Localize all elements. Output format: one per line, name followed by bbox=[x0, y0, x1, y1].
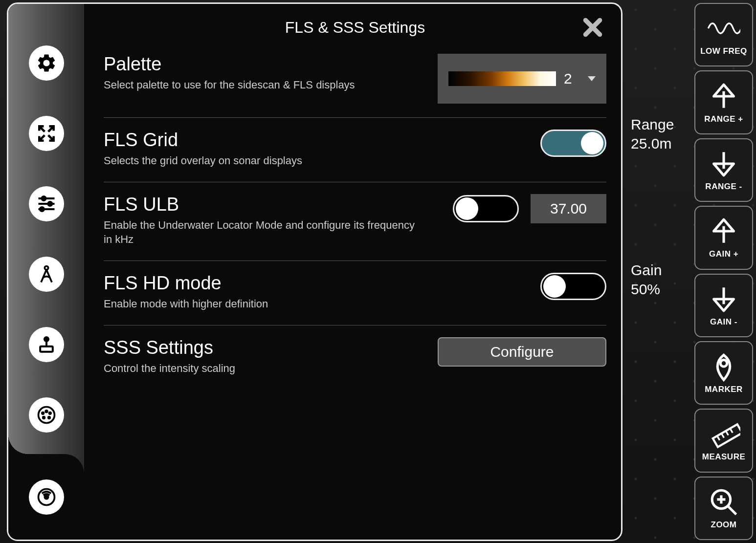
sidebar-settings-icon[interactable] bbox=[29, 45, 64, 81]
range-minus-label: RANGE - bbox=[705, 182, 742, 192]
svg-point-13 bbox=[49, 413, 51, 414]
zoom-button[interactable]: ZOOM bbox=[694, 477, 753, 540]
svg-line-21 bbox=[721, 434, 724, 438]
pin-icon bbox=[707, 351, 740, 382]
section-palette: Palette Select palette to use for the si… bbox=[104, 42, 606, 118]
ruler-icon bbox=[707, 419, 740, 449]
svg-point-6 bbox=[44, 266, 48, 270]
svg-point-15 bbox=[48, 417, 50, 419]
right-button-column: LOW FREQ RANGE + RANGE - GAIN + GAIN - bbox=[694, 3, 753, 540]
low-freq-label: LOW FREQ bbox=[700, 46, 747, 56]
palette-heading: Palette bbox=[104, 54, 423, 75]
status-column: Range 25.0m Gain 50% bbox=[631, 115, 689, 299]
svg-point-1 bbox=[42, 196, 45, 200]
range-plus-button[interactable]: RANGE + bbox=[694, 70, 753, 134]
gain-label: Gain bbox=[631, 261, 689, 280]
svg-point-11 bbox=[42, 413, 44, 414]
gain-status: Gain 50% bbox=[631, 261, 689, 299]
fls-hd-toggle[interactable] bbox=[540, 273, 606, 300]
grid-desc: Selects the grid overlay on sonar displa… bbox=[104, 153, 417, 168]
gain-plus-label: GAIN + bbox=[709, 249, 738, 259]
settings-content: FLS & SSS Settings Palette Select palett… bbox=[84, 4, 621, 540]
svg-point-3 bbox=[48, 202, 52, 206]
svg-rect-9 bbox=[40, 347, 53, 352]
low-freq-button[interactable]: LOW FREQ bbox=[694, 3, 753, 66]
svg-rect-19 bbox=[713, 424, 740, 447]
gain-value: 50% bbox=[631, 280, 689, 299]
svg-point-7 bbox=[44, 337, 48, 341]
sidebar-joystick-icon[interactable] bbox=[29, 327, 64, 362]
svg-line-20 bbox=[717, 436, 720, 440]
fls-grid-toggle[interactable] bbox=[540, 130, 606, 157]
toggle-knob bbox=[456, 197, 478, 220]
settings-panel: FLS & SSS Settings Palette Select palett… bbox=[7, 2, 623, 541]
sidebar-active-tab bbox=[8, 454, 84, 540]
ulb-desc: Enable the Underwater Locator Mode and c… bbox=[104, 218, 417, 247]
svg-point-10 bbox=[38, 407, 54, 423]
range-label: Range bbox=[631, 115, 689, 134]
svg-point-14 bbox=[43, 417, 44, 419]
zoom-in-icon bbox=[707, 487, 740, 517]
arrow-down-icon bbox=[707, 149, 740, 179]
arrow-up-icon bbox=[707, 216, 740, 246]
grid-heading: FLS Grid bbox=[104, 130, 445, 151]
section-fls-ulb: FLS ULB Enable the Underwater Locator Mo… bbox=[104, 182, 606, 261]
ulb-heading: FLS ULB bbox=[104, 194, 438, 215]
sidebar-gauge-icon[interactable] bbox=[29, 397, 64, 433]
svg-line-23 bbox=[730, 429, 733, 433]
measure-button[interactable]: MEASURE bbox=[694, 409, 753, 472]
fls-ulb-toggle[interactable] bbox=[453, 195, 519, 222]
palette-index: 2 bbox=[564, 70, 572, 87]
arrow-up-icon bbox=[707, 81, 740, 111]
ulb-frequency-input[interactable]: 37.00 bbox=[531, 194, 606, 223]
zoom-label: ZOOM bbox=[711, 520, 737, 530]
section-fls-hd: FLS HD mode Enable mode with higher defi… bbox=[104, 261, 606, 326]
svg-line-22 bbox=[726, 431, 728, 435]
toggle-knob bbox=[543, 275, 566, 298]
chevron-down-icon bbox=[588, 76, 596, 81]
gain-plus-button[interactable]: GAIN + bbox=[694, 206, 753, 269]
range-status: Range 25.0m bbox=[631, 115, 689, 153]
svg-point-17 bbox=[44, 495, 48, 499]
svg-point-18 bbox=[720, 360, 727, 367]
gain-minus-button[interactable]: GAIN - bbox=[694, 274, 753, 337]
close-button[interactable] bbox=[579, 14, 606, 41]
hd-desc: Enable mode with higher definition bbox=[104, 297, 417, 311]
measure-label: MEASURE bbox=[702, 452, 746, 462]
sss-configure-button[interactable]: Configure bbox=[438, 337, 606, 367]
sidebar-sonar-icon[interactable] bbox=[29, 479, 64, 515]
sidebar bbox=[8, 4, 84, 540]
marker-label: MARKER bbox=[705, 385, 743, 394]
gain-minus-label: GAIN - bbox=[710, 317, 737, 327]
hd-heading: FLS HD mode bbox=[104, 273, 445, 294]
svg-point-5 bbox=[40, 207, 44, 211]
palette-desc: Select palette to use for the sidescan &… bbox=[104, 78, 417, 92]
sss-desc: Control the intensity scaling bbox=[104, 361, 417, 376]
range-minus-button[interactable]: RANGE - bbox=[694, 138, 753, 202]
sidebar-fullscreen-icon[interactable] bbox=[29, 116, 64, 151]
sss-heading: SSS Settings bbox=[104, 337, 423, 358]
arrow-down-icon bbox=[707, 284, 740, 314]
svg-point-12 bbox=[45, 411, 47, 413]
svg-line-25 bbox=[728, 506, 736, 514]
wave-icon bbox=[707, 13, 740, 43]
toggle-knob bbox=[581, 132, 603, 154]
range-value: 25.0m bbox=[631, 134, 689, 153]
palette-dropdown[interactable]: 2 bbox=[438, 54, 606, 104]
panel-title: FLS & SSS Settings bbox=[285, 19, 425, 37]
palette-swatch-icon bbox=[448, 71, 556, 86]
section-sss: SSS Settings Control the intensity scali… bbox=[104, 326, 606, 390]
section-fls-grid: FLS Grid Selects the grid overlay on son… bbox=[104, 118, 606, 182]
range-plus-label: RANGE + bbox=[704, 114, 743, 124]
sidebar-compass-icon[interactable] bbox=[29, 257, 64, 292]
sidebar-sliders-icon[interactable] bbox=[29, 186, 64, 221]
marker-button[interactable]: MARKER bbox=[694, 341, 753, 405]
